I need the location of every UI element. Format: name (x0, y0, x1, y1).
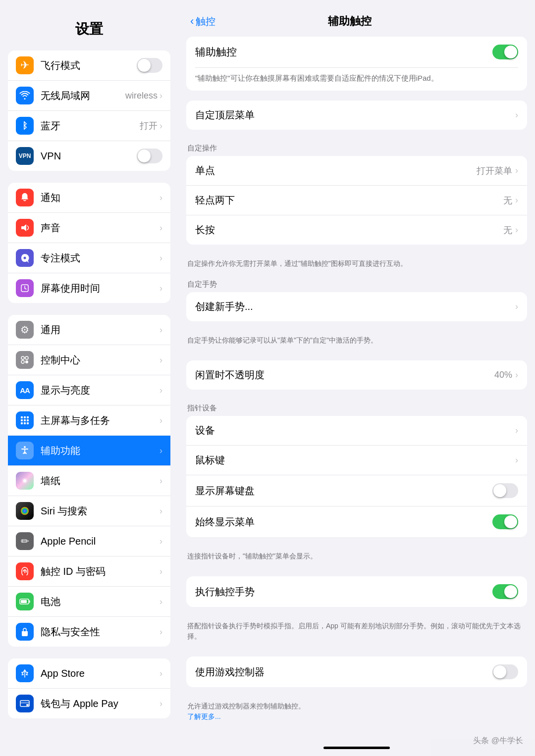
touchid-label: 触控 ID 与密码 (41, 565, 160, 578)
long-press-value: 无 (503, 224, 512, 236)
appstore-row[interactable]: App Store › (8, 658, 170, 689)
game-controller-label: 使用游戏控制器 (195, 665, 492, 679)
privacy-row[interactable]: 隐私与安全性 › (8, 617, 170, 647)
mouse-keys-row[interactable]: 鼠标键 › (186, 446, 527, 475)
always-show-row[interactable]: 始终显示菜单 (186, 506, 527, 537)
main-toggle[interactable] (492, 45, 518, 59)
execute-gesture-row[interactable]: 执行触控手势 (186, 576, 527, 607)
devices-label: 设备 (195, 424, 515, 437)
right-title: 辅助触控 (328, 15, 372, 27)
vpn-icon: VPN (16, 147, 34, 165)
main-toggle-label: 辅助触控 (195, 45, 492, 59)
idle-opacity-row[interactable]: 闲置时不透明度 40% › (186, 360, 527, 390)
focus-chevron: › (160, 253, 162, 263)
controlcenter-row[interactable]: 控制中心 › (8, 345, 170, 375)
watermark: 头条 @牛学长 (473, 736, 523, 746)
svg-rect-7 (21, 416, 23, 418)
always-show-toggle[interactable] (492, 514, 518, 529)
wifi-label: 无线局域网 (41, 89, 125, 102)
game-controller-toggle[interactable] (492, 664, 518, 679)
appstore-label: App Store (41, 668, 160, 679)
right-panel: ‹ 触控 辅助触控 辅助触控 "辅助触控"可让你在触摸屏幕有困难或需要自适应配件… (178, 0, 535, 756)
svg-point-1 (24, 257, 26, 259)
touchid-chevron: › (160, 566, 162, 577)
custom-actions-group: 单点 打开菜单 › 轻点两下 无 › 长按 无 › (186, 156, 527, 245)
idle-opacity-label: 闲置时不透明度 (195, 368, 494, 382)
notifications-group: 通知 › 声音 › 专注模式 › (8, 183, 170, 303)
custom-gestures-note: 自定手势让你能够记录可以从"菜单"下的"自定"中激活的手势。 (178, 331, 535, 351)
double-tap-chevron: › (515, 195, 518, 205)
vpn-row[interactable]: VPN VPN (8, 141, 170, 171)
notification-row[interactable]: 通知 › (8, 183, 170, 213)
back-button[interactable]: ‹ 触控 (190, 15, 215, 28)
wifi-chevron: › (160, 91, 162, 101)
learn-more-link[interactable]: 了解更多... (187, 712, 221, 720)
general-row[interactable]: ⚙ 通用 › (8, 315, 170, 345)
airplane-toggle[interactable] (137, 58, 162, 73)
show-keyboard-row[interactable]: 显示屏幕键盘 (186, 475, 527, 506)
top-menu-row[interactable]: 自定顶层菜单 › (186, 101, 527, 130)
privacy-icon (16, 623, 34, 641)
long-press-label: 长按 (195, 223, 503, 237)
display-icon: AA (16, 381, 34, 399)
vpn-toggle[interactable] (137, 149, 162, 163)
svg-point-3 (21, 356, 24, 359)
wallet-row[interactable]: 钱包与 Apple Pay › (8, 689, 170, 718)
game-controller-row[interactable]: 使用游戏控制器 (186, 656, 527, 687)
svg-point-5 (21, 360, 24, 363)
execute-gesture-toggle[interactable] (492, 584, 518, 599)
svg-rect-12 (27, 419, 29, 421)
bluetooth-row[interactable]: ᛒ 蓝牙 打开 › (8, 111, 170, 141)
svg-rect-9 (27, 416, 29, 418)
single-tap-row[interactable]: 单点 打开菜单 › (186, 156, 527, 186)
accessibility-label: 辅助功能 (41, 444, 160, 457)
svg-point-26 (28, 704, 30, 706)
display-row[interactable]: AA 显示与亮度 › (8, 375, 170, 405)
applepencil-row[interactable]: ✏ Apple Pencil › (8, 526, 170, 556)
homescreen-row[interactable]: 主屏幕与多任务 › (8, 405, 170, 436)
accessibility-row[interactable]: 辅助功能 › (8, 436, 170, 466)
main-toggle-row[interactable]: 辅助触控 (186, 37, 527, 67)
general-group: ⚙ 通用 › 控制中心 › AA 显示与亮度 › (8, 315, 170, 647)
double-tap-label: 轻点两下 (195, 194, 503, 207)
show-keyboard-toggle[interactable] (492, 483, 518, 498)
custom-gestures-group: 创建新手势... › (186, 292, 527, 321)
wifi-row[interactable]: 无线局域网 wireless › (8, 81, 170, 111)
sound-chevron: › (160, 223, 162, 233)
svg-rect-0 (21, 226, 24, 229)
svg-rect-11 (24, 419, 26, 421)
double-tap-row[interactable]: 轻点两下 无 › (186, 186, 527, 215)
svg-rect-24 (20, 702, 29, 704)
new-gesture-row[interactable]: 创建新手势... › (186, 292, 527, 321)
notification-icon (16, 189, 34, 206)
left-panel: 设置 ✈ 飞行模式 无线局域网 wireless › ᛒ 蓝牙 打开 (0, 0, 178, 756)
battery-chevron: › (160, 597, 162, 607)
appstore-icon (16, 664, 34, 682)
airplane-icon: ✈ (16, 56, 34, 74)
long-press-row[interactable]: 长按 无 › (186, 215, 527, 245)
network-group: ✈ 飞行模式 无线局域网 wireless › ᛒ 蓝牙 打开 › (8, 50, 170, 171)
pointer-devices-group: 设备 › 鼠标键 › 显示屏幕键盘 始终显示菜单 (186, 416, 527, 537)
game-controller-group: 使用游戏控制器 (186, 656, 527, 687)
svg-rect-22 (21, 600, 27, 603)
sound-label: 声音 (41, 221, 160, 235)
pointer-devices-header: 指针设备 (178, 400, 535, 416)
game-controller-note: 允许通过游戏控制器来控制辅助触控。 了解更多... (178, 697, 535, 727)
sound-row[interactable]: 声音 › (8, 213, 170, 243)
airplane-mode-row[interactable]: ✈ 飞行模式 (8, 50, 170, 81)
battery-row[interactable]: 电池 › (8, 587, 170, 617)
svg-rect-14 (24, 422, 26, 424)
screentime-row[interactable]: 屏幕使用时间 › (8, 273, 170, 303)
custom-actions-header: 自定操作 (178, 140, 535, 156)
focus-row[interactable]: 专注模式 › (8, 243, 170, 273)
devices-row[interactable]: 设备 › (186, 416, 527, 446)
mouse-keys-label: 鼠标键 (195, 454, 515, 467)
wallpaper-row[interactable]: 墙纸 › (8, 466, 170, 496)
screentime-chevron: › (160, 283, 162, 294)
battery-icon (16, 593, 34, 610)
touchid-row[interactable]: 触控 ID 与密码 › (8, 556, 170, 587)
touchid-icon (16, 562, 34, 580)
wallpaper-icon (16, 472, 34, 490)
airplane-label: 飞行模式 (41, 59, 137, 72)
siri-row[interactable]: Siri 与搜索 › (8, 496, 170, 526)
